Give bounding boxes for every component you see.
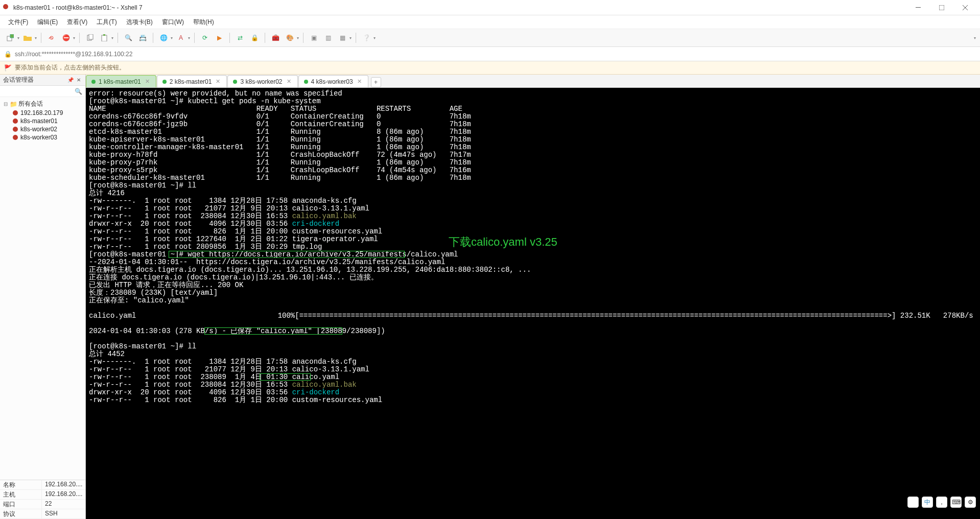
status-dot-icon: [162, 80, 167, 84]
svg-rect-5: [10, 34, 14, 38]
tree-item-session[interactable]: k8s-master01: [1, 117, 84, 125]
chevron-down-icon[interactable]: ▾: [349, 36, 352, 40]
tree-label: 192.168.20.179: [20, 109, 63, 116]
close-tab-button[interactable]: ✕: [216, 78, 220, 85]
font-button[interactable]: A: [175, 32, 187, 44]
chevron-down-icon[interactable]: ▾: [73, 36, 75, 40]
copy-button[interactable]: [84, 32, 96, 44]
chevron-down-icon[interactable]: ▾: [974, 36, 976, 40]
session-icon: [11, 127, 19, 132]
tab-label: k8s-worker03: [316, 78, 353, 85]
tree-label: 所有会话: [18, 100, 43, 108]
svg-rect-8: [102, 35, 107, 41]
chevron-down-icon[interactable]: ▾: [188, 36, 190, 40]
menu-file[interactable]: 文件(F): [4, 16, 32, 28]
folder-icon: 📁: [9, 101, 17, 108]
terminal-dim: calico.yaml.bak: [292, 212, 357, 220]
ime-punct-button[interactable]: ，: [936, 497, 947, 508]
ime-settings-button[interactable]: ⚙: [965, 497, 976, 508]
prop-val: SSH: [42, 509, 85, 518]
tab-worker02[interactable]: 3 k8s-worker02 ✕: [227, 75, 297, 87]
toolbox-button[interactable]: 🧰: [269, 32, 282, 44]
ime-keyboard-button[interactable]: ⌨: [950, 497, 962, 508]
separator: [356, 33, 356, 43]
annotation-text: 下载calico.yaml v3.25: [449, 238, 557, 246]
tab-label: k8s-master01: [104, 78, 141, 85]
chevron-down-icon[interactable]: ▾: [297, 36, 299, 40]
globe-button[interactable]: 🌐: [157, 32, 170, 44]
tile-h-button[interactable]: ▥: [322, 32, 334, 44]
prop-host: 主机192.168.20....: [0, 490, 85, 500]
find-button[interactable]: 🔍: [122, 32, 134, 44]
annotation-box: [169, 251, 405, 258]
cascade-button[interactable]: ▣: [308, 32, 320, 44]
prop-port: 端口22: [0, 500, 85, 509]
tree-label: k8s-worker02: [20, 126, 57, 133]
link-button[interactable]: [45, 32, 58, 44]
pin-button[interactable]: 📌: [67, 77, 74, 84]
menu-tools[interactable]: 工具(T): [92, 16, 121, 28]
menu-edit[interactable]: 编辑(E): [33, 16, 62, 28]
close-button[interactable]: [953, 1, 977, 15]
open-session-button[interactable]: [21, 32, 34, 44]
close-pane-button[interactable]: ✕: [75, 77, 82, 84]
terminal-output: drwxr-xr-x 20 root root 4096 12月30日 03:5…: [89, 220, 292, 228]
terminal-dim: calico.yaml.bak: [292, 381, 357, 389]
menu-window[interactable]: 窗口(W): [158, 16, 188, 28]
close-tab-button[interactable]: ✕: [287, 78, 291, 85]
tab-worker03[interactable]: 4 k8s-worker03 ✕: [298, 75, 368, 87]
tab-num: 1: [99, 78, 102, 85]
terminal-output: error: resource(s) were provided, but no…: [89, 89, 471, 220]
tabs-row: 1 k8s-master01 ✕ 2 k8s-master01 ✕ 3 k8s-…: [86, 75, 980, 88]
layout-button[interactable]: ▦: [336, 32, 348, 44]
transfer-button[interactable]: ⇄: [234, 32, 246, 44]
close-tab-button[interactable]: ✕: [357, 78, 362, 85]
maximize-button[interactable]: [930, 1, 953, 15]
lang-button[interactable]: 中: [922, 497, 933, 508]
menu-tabs[interactable]: 选项卡(B): [122, 16, 157, 28]
minimize-button[interactable]: [906, 1, 930, 15]
titlebar: k8s-master01 - root@k8s-master01:~ - Xsh…: [0, 0, 980, 15]
help-button[interactable]: ❔: [360, 32, 372, 44]
tab-master01-2[interactable]: 2 k8s-master01 ✕: [157, 75, 227, 87]
chevron-down-icon[interactable]: ▾: [35, 36, 37, 40]
play-button[interactable]: ▶: [213, 32, 225, 44]
tree-item-session[interactable]: k8s-worker03: [1, 133, 84, 141]
terminal-output: drwxr-xr-x 20 root root 4096 12月30日 03:5…: [89, 388, 292, 396]
chevron-down-icon[interactable]: ▾: [111, 36, 113, 40]
addressbar: 🔒 ssh://root:**************@192.168.91.1…: [0, 47, 980, 61]
floating-widgets: S 中 ， ⌨ ⚙: [907, 497, 976, 508]
chevron-down-icon[interactable]: ▾: [17, 36, 19, 40]
chevron-down-icon[interactable]: ▾: [374, 36, 376, 40]
separator: [194, 33, 195, 43]
tree-item-session[interactable]: k8s-worker02: [1, 125, 84, 133]
terminal[interactable]: error: resource(s) were provided, but no…: [86, 88, 980, 519]
menu-help[interactable]: 帮助(H): [189, 16, 218, 28]
paste-button[interactable]: [98, 32, 110, 44]
refresh-button[interactable]: ⟳: [199, 32, 211, 44]
separator: [118, 33, 118, 43]
tab-master01-1[interactable]: 1 k8s-master01 ✕: [86, 75, 156, 87]
ime-icon[interactable]: S: [907, 497, 919, 508]
lock-button[interactable]: 🔒: [248, 32, 261, 44]
session-search[interactable]: 🔍: [0, 86, 85, 97]
prop-key: 主机: [0, 490, 42, 499]
add-tab-button[interactable]: +: [371, 77, 381, 87]
tree-root[interactable]: ⊟ 📁 所有会话: [1, 99, 84, 109]
new-session-button[interactable]: [4, 32, 16, 44]
separator: [229, 33, 230, 43]
chevron-down-icon[interactable]: ▾: [171, 36, 173, 40]
svg-rect-1: [939, 5, 944, 10]
disconnect-button[interactable]: ⛔: [60, 32, 72, 44]
separator: [41, 33, 41, 43]
host-icon: [11, 110, 19, 115]
palette-button[interactable]: 🎨: [284, 32, 296, 44]
separator: [153, 33, 153, 43]
collapse-icon[interactable]: ⊟: [3, 101, 8, 107]
prop-name: 名称192.168.20....: [0, 480, 85, 490]
menu-view[interactable]: 查看(V): [63, 16, 91, 28]
close-tab-button[interactable]: ✕: [145, 78, 150, 85]
address-text[interactable]: ssh://root:**************@192.168.91.100…: [15, 51, 132, 58]
print-button[interactable]: 📇: [136, 32, 149, 44]
tree-item-host[interactable]: 192.168.20.179: [1, 109, 84, 117]
